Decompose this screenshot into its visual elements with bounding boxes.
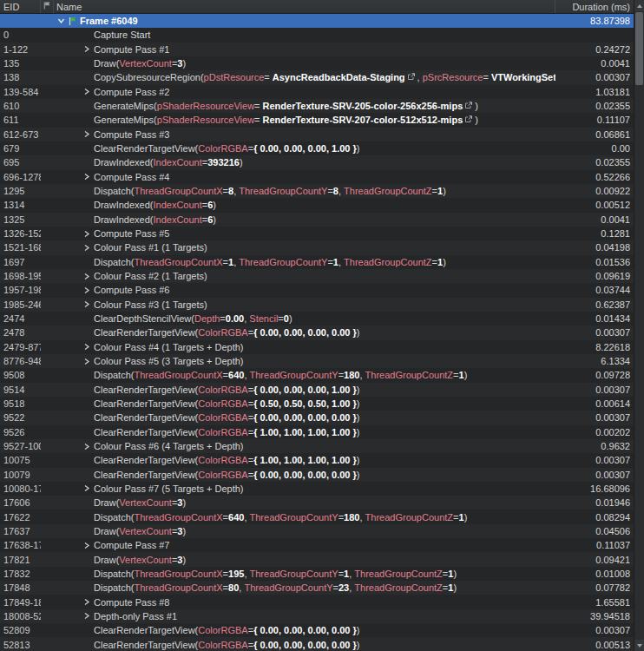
event-row[interactable]: 696-1278Compute Pass #40.52266 (0, 170, 634, 184)
column-header-eid[interactable]: EID (0, 0, 41, 13)
event-text: ) (357, 412, 360, 423)
event-row[interactable]: 1698-1956Colour Pass #2 (1 Targets)0.096… (0, 269, 634, 283)
column-header-bookmark[interactable] (41, 0, 54, 13)
eid-cell: 17638-17804 (0, 540, 41, 550)
event-row[interactable]: 18008-52798Depth-only Pass #139.94518 (0, 609, 634, 623)
event-row[interactable]: Frame #604983.87398 (0, 14, 634, 28)
column-header-duration[interactable]: Duration (ms) (555, 0, 634, 13)
event-text: Draw( (94, 555, 119, 565)
event-name-cell: Colour Pass #1 (1 Targets) (54, 242, 555, 253)
event-row[interactable]: 2474ClearDepthStencilView(Depth=0.00, St… (0, 312, 634, 326)
param-name: VertexCount (119, 555, 172, 565)
duration-cell: 0.00307 (555, 385, 634, 395)
chevron-right-icon[interactable] (83, 443, 94, 450)
chevron-right-icon[interactable] (83, 598, 94, 606)
event-text: ClearRenderTargetView( (94, 455, 198, 465)
goto-resource-icon[interactable] (464, 115, 474, 123)
event-row[interactable]: 1697Dispatch(ThreadGroupCountX=1, Thread… (0, 255, 634, 269)
scrollbar-thumb[interactable] (635, 12, 643, 85)
param-name: ColorRGBA (198, 385, 247, 395)
event-row[interactable]: 610GenerateMips(pShaderResourceView= Ren… (0, 99, 634, 113)
event-row[interactable]: 695DrawIndexed(IndexCount=393216)0.02355 (0, 155, 634, 169)
goto-resource-icon[interactable] (464, 102, 474, 109)
event-row[interactable]: 1326-1520Compute Pass #50.1281 (0, 227, 634, 240)
chevron-right-icon[interactable] (83, 542, 94, 549)
event-row[interactable]: 52813ClearRenderTargetView(ColorRGBA={ 0… (0, 637, 634, 651)
event-row[interactable]: 52809ClearRenderTargetView(ColorRGBA={ 0… (0, 623, 634, 637)
event-row[interactable]: 1-122Compute Pass #10.24272 (0, 43, 634, 56)
event-text: ClearRenderTargetView( (94, 470, 198, 480)
event-row[interactable]: 17848Dispatch(ThreadGroupCountX=80, Thre… (0, 581, 634, 595)
event-row[interactable]: 1295Dispatch(ThreadGroupCountX=8, Thread… (0, 184, 634, 198)
chevron-right-icon[interactable] (83, 45, 94, 53)
scrollbar-track[interactable] (634, 11, 644, 640)
event-row[interactable]: 1521-1681Colour Pass #1 (1 Targets)0.041… (0, 240, 634, 254)
chevron-right-icon[interactable] (83, 173, 94, 181)
event-row[interactable]: 1325DrawIndexed(IndexCount=6)0.0041 (0, 213, 634, 227)
event-row[interactable]: 1314DrawIndexed(IndexCount=6)0.00512 (0, 198, 634, 212)
event-row[interactable]: 612-673Compute Pass #30.06861 (0, 128, 634, 141)
chevron-right-icon[interactable] (83, 612, 94, 620)
event-row[interactable]: 2478ClearRenderTargetView(ColorRGBA={ 0.… (0, 326, 634, 339)
event-row[interactable]: 17832Dispatch(ThreadGroupCountX=195, Thr… (0, 567, 634, 581)
event-row[interactable]: 611GenerateMips(pShaderResourceView= Ren… (0, 113, 634, 127)
event-text: ) (475, 101, 478, 111)
chevron-right-icon[interactable] (83, 244, 94, 252)
event-name-cell: Draw(VertexCount=3) (54, 526, 555, 536)
param-value: 180 (344, 370, 359, 380)
event-text: = (254, 101, 262, 111)
param-value: 180 (344, 512, 359, 523)
event-row[interactable]: 17821Draw(VertexCount=3)0.09421 (0, 552, 634, 566)
eid-cell: 2478 (0, 327, 41, 338)
column-header-name[interactable]: Name (54, 0, 555, 13)
event-row[interactable]: 17849-18007Compute Pass #81.65581 (0, 595, 634, 608)
event-row[interactable]: 10079ClearRenderTargetView(ColorRGBA={ 0… (0, 468, 634, 482)
chevron-right-icon[interactable] (83, 273, 94, 280)
event-row[interactable]: 2479-8775Colour Pass #4 (1 Targets + Dep… (0, 340, 634, 354)
event-row[interactable]: 17637Draw(VertexCount=3)0.04506 (0, 524, 634, 538)
event-text: ClearRenderTargetView( (94, 385, 198, 395)
chevron-right-icon[interactable] (83, 300, 94, 308)
event-row[interactable]: 8776-9488Colour Pass #5 (3 Targets + Dep… (0, 354, 634, 368)
event-row[interactable]: 9527-10066Colour Pass #6 (4 Targets + De… (0, 439, 634, 453)
event-text: ) (453, 582, 457, 593)
event-text: ) (357, 398, 360, 409)
event-row[interactable]: 679ClearRenderTargetView(ColorRGBA={ 0.0… (0, 141, 634, 155)
chevron-right-icon[interactable] (83, 358, 94, 365)
duration-cell: 0.0041 (555, 214, 634, 225)
event-row[interactable]: 139-584Compute Pass #21.03181 (0, 85, 634, 99)
vertical-scrollbar[interactable] (634, 0, 644, 651)
event-row[interactable]: 1985-2467Colour Pass #3 (1 Targets)0.623… (0, 298, 634, 312)
event-row[interactable]: 10080-17585Colour Pass #7 (5 Targets + D… (0, 482, 634, 496)
chevron-right-icon[interactable] (83, 343, 94, 351)
chevron-right-icon[interactable] (83, 286, 94, 294)
event-row[interactable]: 1957-1984Compute Pass #60.03744 (0, 283, 634, 297)
resource-name: AsyncReadbackData-Staging (273, 72, 405, 82)
chevron-down-icon[interactable] (57, 17, 68, 24)
event-name-cell: ClearRenderTargetView(ColorRGBA={ 1.00, … (54, 455, 555, 465)
event-row[interactable]: 9522ClearRenderTargetView(ColorRGBA={ 0.… (0, 411, 634, 424)
scrollbar-down-button[interactable] (634, 640, 644, 651)
event-row[interactable]: 10075ClearRenderTargetView(ColorRGBA={ 1… (0, 453, 634, 467)
event-row[interactable]: 17638-17804Compute Pass #70.11037 (0, 538, 634, 552)
chevron-right-icon[interactable] (83, 130, 94, 138)
event-row[interactable]: 17622Dispatch(ThreadGroupCountX=640, Thr… (0, 510, 634, 523)
event-text: ) (464, 512, 468, 523)
duration-cell: 0.04198 (555, 242, 634, 253)
event-row[interactable]: 9526ClearRenderTargetView(ColorRGBA={ 1.… (0, 425, 634, 439)
event-row[interactable]: 0Capture Start (0, 28, 634, 42)
event-row[interactable]: 135Draw(VertexCount=3)0.0041 (0, 56, 634, 70)
event-row[interactable]: 9508Dispatch(ThreadGroupCountX=640, Thre… (0, 368, 634, 382)
event-row[interactable]: 9514ClearRenderTargetView(ColorRGBA={ 0.… (0, 383, 634, 397)
chevron-right-icon[interactable] (83, 88, 94, 95)
duration-cell: 0.01536 (555, 257, 634, 267)
event-text: ) (182, 497, 186, 508)
event-row[interactable]: 138CopySubresourceRegion(pDstResource= A… (0, 70, 634, 84)
scrollbar-up-button[interactable] (634, 0, 644, 11)
chevron-right-icon[interactable] (83, 484, 94, 492)
goto-resource-icon[interactable] (407, 73, 417, 81)
eid-cell: 17637 (0, 526, 41, 536)
chevron-right-icon[interactable] (83, 230, 94, 238)
event-row[interactable]: 9518ClearRenderTargetView(ColorRGBA={ 0.… (0, 397, 634, 411)
event-row[interactable]: 17606Draw(VertexCount=3)0.01946 (0, 496, 634, 510)
